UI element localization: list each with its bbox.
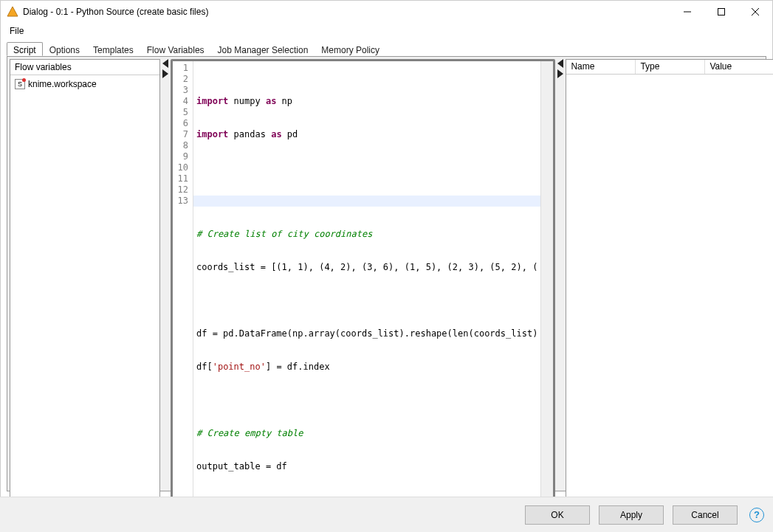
apply-button[interactable]: Apply bbox=[599, 505, 664, 525]
close-button[interactable] bbox=[738, 1, 772, 23]
flow-variable-label: knime.workspace bbox=[28, 79, 97, 89]
editor-column: 1 2 3 4 5 6 7 8 9 10 11 12 13 bbox=[171, 59, 555, 532]
splitter-left-right[interactable] bbox=[160, 59, 171, 532]
minimize-button[interactable] bbox=[670, 1, 704, 23]
tab-script[interactable]: Script bbox=[7, 42, 43, 56]
app-icon bbox=[7, 6, 18, 18]
code-body[interactable]: import numpy as np import pandas as pd #… bbox=[193, 61, 540, 529]
tabstrip: Script Options Templates Flow Variables … bbox=[7, 41, 766, 56]
flow-variables-header: Flow variables bbox=[10, 60, 159, 75]
col-type[interactable]: Type bbox=[636, 60, 705, 74]
line-gutter: 1 2 3 4 5 6 7 8 9 10 11 12 13 bbox=[173, 61, 193, 529]
maximize-button[interactable] bbox=[704, 1, 738, 23]
tab-job-manager[interactable]: Job Manager Selection bbox=[211, 42, 315, 56]
splitter-right[interactable] bbox=[555, 59, 566, 532]
tab-templates[interactable]: Templates bbox=[86, 42, 140, 56]
tab-memory-policy[interactable]: Memory Policy bbox=[315, 42, 386, 56]
variables-table[interactable]: Name Type Value bbox=[566, 59, 773, 532]
tab-flow-variables[interactable]: Flow Variables bbox=[140, 42, 211, 56]
col-name[interactable]: Name bbox=[566, 60, 636, 74]
cancel-button[interactable]: Cancel bbox=[673, 505, 738, 525]
string-var-icon: S bbox=[15, 79, 25, 89]
content-area: Script Options Templates Flow Variables … bbox=[7, 41, 766, 491]
collapse-left-icon bbox=[557, 59, 563, 68]
svg-rect-2 bbox=[718, 8, 725, 15]
ok-button[interactable]: OK bbox=[525, 505, 590, 525]
menubar: File bbox=[1, 23, 772, 39]
script-tab-panel: Flow variables S knime.workspace bbox=[7, 56, 766, 491]
workspace-column: Name Type Value Reset workspace bbox=[566, 59, 773, 532]
svg-marker-0 bbox=[7, 7, 18, 16]
editor-vertical-scrollbar[interactable] bbox=[540, 61, 553, 529]
window-controls bbox=[670, 1, 772, 23]
flow-variables-panel: Flow variables S knime.workspace bbox=[10, 59, 160, 532]
col-value[interactable]: Value bbox=[705, 60, 773, 74]
help-icon[interactable]: ? bbox=[749, 508, 764, 522]
flow-variable-item[interactable]: S knime.workspace bbox=[15, 77, 155, 91]
window-title: Dialog - 0:1 - Python Source (create bas… bbox=[23, 7, 208, 17]
collapse-right-icon bbox=[162, 69, 168, 78]
code-editor[interactable]: 1 2 3 4 5 6 7 8 9 10 11 12 13 bbox=[171, 59, 555, 531]
collapse-left-icon bbox=[162, 59, 168, 68]
titlebar: Dialog - 0:1 - Python Source (create bas… bbox=[1, 1, 772, 23]
tab-options[interactable]: Options bbox=[43, 42, 86, 56]
collapse-right-icon bbox=[557, 69, 563, 78]
menu-file[interactable]: File bbox=[5, 24, 28, 38]
